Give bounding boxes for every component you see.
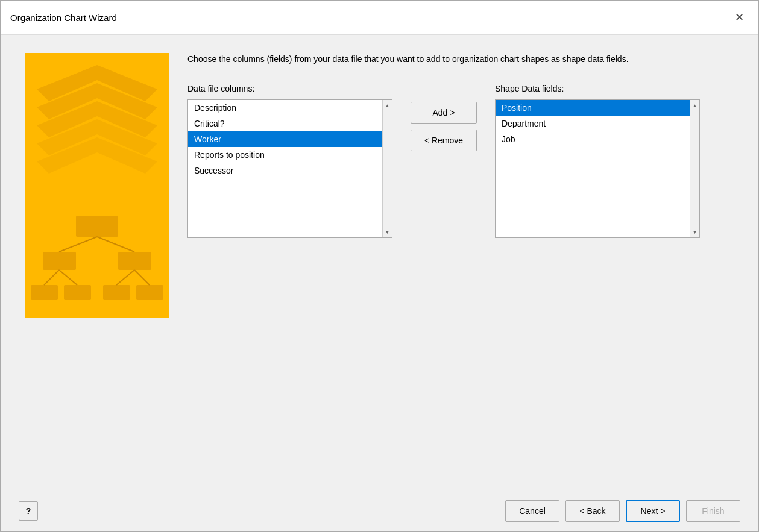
- dialog: Organization Chart Wizard ✕: [0, 0, 759, 532]
- illustration: [25, 53, 169, 318]
- list-item[interactable]: Successor: [188, 163, 392, 178]
- scrollbar[interactable]: ▲ ▼: [382, 100, 392, 237]
- list-item[interactable]: Description: [188, 100, 392, 116]
- list-item[interactable]: Job: [496, 131, 699, 147]
- svg-rect-6: [76, 216, 118, 237]
- help-button[interactable]: ?: [19, 501, 38, 521]
- shape-data-fields-section: Shape Data fields: Position Department J…: [495, 84, 700, 238]
- svg-rect-12: [136, 285, 163, 300]
- list-item-selected[interactable]: Worker: [188, 131, 392, 147]
- svg-rect-9: [31, 285, 58, 300]
- data-file-columns-section: Data file columns: Description Critical?…: [187, 84, 392, 238]
- back-button[interactable]: < Back: [565, 500, 620, 522]
- columns-row: Data file columns: Description Critical?…: [187, 84, 734, 238]
- svg-rect-10: [64, 285, 91, 300]
- data-file-columns-label: Data file columns:: [187, 84, 392, 93]
- title-bar: Organization Chart Wizard ✕: [1, 1, 758, 35]
- right-panel: Choose the columns (fields) from your da…: [187, 53, 734, 478]
- shape-data-fields-listbox[interactable]: Position Department Job ▲ ▼: [495, 99, 700, 238]
- close-button[interactable]: ✕: [729, 8, 749, 27]
- shape-data-fields-inner: Position Department Job: [496, 100, 699, 237]
- dialog-title: Organization Chart Wizard: [10, 13, 117, 23]
- list-item-selected[interactable]: Position: [496, 100, 699, 116]
- description-text: Choose the columns (fields) from your da…: [187, 53, 646, 66]
- scroll-up-arrow[interactable]: ▲: [383, 101, 392, 110]
- list-item[interactable]: Critical?: [188, 116, 392, 131]
- svg-rect-7: [43, 252, 76, 270]
- scroll-up-arrow[interactable]: ▲: [691, 101, 699, 110]
- data-file-columns-inner: Description Critical? Worker Reports to …: [188, 100, 392, 237]
- scrollbar[interactable]: ▲ ▼: [690, 100, 699, 237]
- remove-button[interactable]: < Remove: [411, 130, 477, 151]
- svg-rect-8: [118, 252, 151, 270]
- add-remove-buttons: Add > < Remove: [392, 84, 495, 151]
- add-button[interactable]: Add >: [411, 102, 477, 124]
- list-item[interactable]: Department: [496, 116, 699, 131]
- shape-data-fields-label: Shape Data fields:: [495, 84, 700, 93]
- finish-button[interactable]: Finish: [686, 500, 740, 522]
- list-item[interactable]: Reports to position: [188, 147, 392, 163]
- cancel-button[interactable]: Cancel: [505, 500, 559, 522]
- scroll-down-arrow[interactable]: ▼: [383, 228, 392, 236]
- footer: ? Cancel < Back Next > Finish: [1, 490, 758, 531]
- data-file-columns-listbox[interactable]: Description Critical? Worker Reports to …: [187, 99, 392, 238]
- content-area: Choose the columns (fields) from your da…: [1, 35, 758, 490]
- next-button[interactable]: Next >: [626, 500, 680, 522]
- svg-rect-11: [103, 285, 130, 300]
- scroll-down-arrow[interactable]: ▼: [691, 228, 699, 236]
